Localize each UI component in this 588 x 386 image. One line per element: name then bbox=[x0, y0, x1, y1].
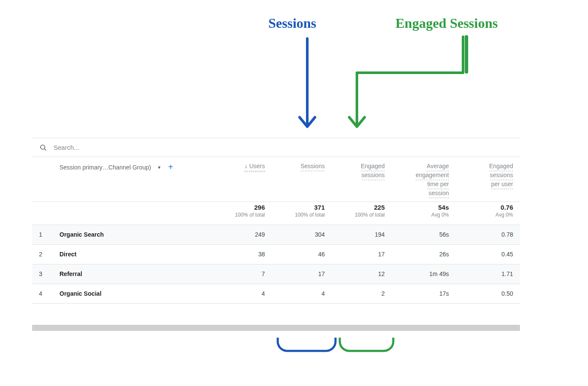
totals-avg: 54s bbox=[398, 204, 449, 211]
table-totals-row: 296 100% of total 371 100% of total 225 … bbox=[32, 202, 520, 225]
chevron-down-icon[interactable]: ▾ bbox=[155, 164, 160, 170]
svg-point-2 bbox=[41, 145, 45, 149]
table-row: 1 Organic Search 249 304 194 56s 0.78 bbox=[32, 225, 520, 244]
search-icon bbox=[39, 143, 48, 152]
analytics-table-panel: Session primary…Channel Group) ▾ + ↓User… bbox=[32, 138, 520, 338]
analytics-table: Session primary…Channel Group) ▾ + ↓User… bbox=[32, 157, 520, 338]
svg-line-3 bbox=[45, 148, 46, 150]
dimension-cell[interactable]: Organic Search bbox=[53, 225, 216, 244]
table-row: 3 Referral 7 17 12 1m 49s 1.71 bbox=[32, 264, 520, 284]
annotation-sessions-label: Sessions bbox=[268, 15, 316, 31]
totals-users: 296 bbox=[223, 204, 265, 211]
table-search-row bbox=[32, 138, 520, 157]
table-row: 4 Organic Social 4 4 2 17s 0.50 bbox=[32, 284, 520, 303]
table-header-row: Session primary…Channel Group) ▾ + ↓User… bbox=[32, 157, 520, 202]
column-header-users[interactable]: ↓Users bbox=[223, 162, 265, 172]
search-input[interactable] bbox=[53, 143, 513, 151]
dimension-cell[interactable]: Direct bbox=[53, 244, 216, 264]
column-header-avg-engagement[interactable]: Average engagement time per session bbox=[398, 162, 449, 198]
dimension-cell[interactable]: Organic Social bbox=[53, 284, 216, 303]
totals-per-user: 0.76 bbox=[463, 204, 513, 211]
column-header-engaged-per-user[interactable]: Engaged sessions per user bbox=[463, 162, 513, 189]
totals-sessions: 371 bbox=[279, 204, 325, 211]
column-header-engaged-sessions[interactable]: Engaged sessions bbox=[339, 162, 385, 180]
table-footer-spacer bbox=[32, 303, 520, 318]
dimension-selector[interactable]: Session primary…Channel Group) bbox=[59, 164, 151, 171]
add-dimension-button[interactable]: + bbox=[168, 162, 173, 172]
sort-desc-icon: ↓ bbox=[244, 162, 247, 171]
horizontal-scrollbar[interactable] bbox=[32, 318, 520, 338]
column-header-sessions[interactable]: Sessions bbox=[279, 162, 325, 171]
annotation-engaged-label: Engaged Sessions bbox=[395, 15, 498, 31]
dimension-cell[interactable]: Referral bbox=[53, 264, 216, 284]
totals-engaged: 225 bbox=[339, 204, 385, 211]
table-row: 2 Direct 38 46 17 26s 0.45 bbox=[32, 244, 520, 264]
